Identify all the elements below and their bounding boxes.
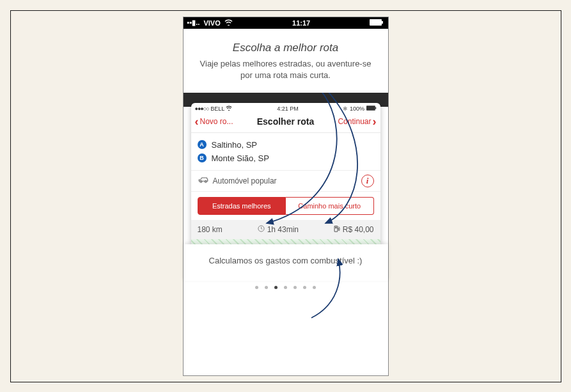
signal-icon: ▪▪▮.. bbox=[187, 19, 200, 27]
back-button[interactable]: ‹ Novo ro... bbox=[195, 116, 233, 127]
outer-status-bar: ▪▪▮.. VIVO 11:17 bbox=[184, 17, 388, 29]
chevron-left-icon: ‹ bbox=[195, 116, 199, 127]
clock-icon bbox=[258, 225, 265, 234]
intro-title: Escolha a melhor rota bbox=[196, 42, 375, 54]
page-indicator[interactable] bbox=[184, 281, 388, 293]
svg-rect-2 bbox=[366, 106, 375, 110]
best-roads-button[interactable]: Estradas melhores bbox=[198, 197, 286, 215]
svg-rect-8 bbox=[335, 227, 336, 228]
inner-battery-icon bbox=[366, 106, 377, 112]
destination-label: Monte Sião, SP bbox=[212, 153, 269, 163]
intro-subtitle: Viaje pelas melhores estradas, ou aventu… bbox=[196, 58, 375, 81]
time-value: 1h 43min bbox=[267, 225, 299, 234]
bluetooth-icon: ✱ bbox=[343, 106, 348, 112]
pin-b-icon: B bbox=[198, 153, 207, 162]
carrier-label: VIVO bbox=[203, 19, 220, 27]
back-label: Novo ro... bbox=[200, 117, 233, 126]
wifi-icon bbox=[224, 19, 233, 27]
inner-status-bar: ●●●○○ BELL 4:21 PM ✱ 100% bbox=[191, 103, 380, 113]
time-stat: 1h 43min bbox=[258, 225, 299, 234]
page-dot[interactable] bbox=[284, 286, 287, 289]
vehicle-row[interactable]: Automóvel popular i bbox=[191, 171, 380, 192]
continue-button[interactable]: Continuar › bbox=[338, 116, 376, 127]
page-frame: ▪▪▮.. VIVO 11:17 Escolha a melhor rota V… bbox=[10, 10, 561, 382]
destination-row[interactable]: B Monte Sião, SP bbox=[198, 152, 374, 165]
phone-mockup: ▪▪▮.. VIVO 11:17 Escolha a melhor rota V… bbox=[183, 17, 389, 376]
nav-title: Escolher rota bbox=[257, 116, 314, 127]
cost-value: R$ 40,00 bbox=[343, 225, 374, 234]
inner-nav-bar: ‹ Novo ro... Escolher rota Continuar › bbox=[191, 113, 380, 133]
origin-label: Saltinho, SP bbox=[212, 140, 258, 150]
distance-value: 180 km bbox=[198, 225, 223, 234]
inner-wifi-icon bbox=[226, 106, 232, 112]
car-icon bbox=[198, 176, 209, 185]
page-dot[interactable] bbox=[313, 286, 316, 289]
svg-point-4 bbox=[199, 181, 201, 183]
inner-app-screenshot: ●●●○○ BELL 4:21 PM ✱ 100% ‹ Novo ro... E… bbox=[191, 103, 380, 247]
clock-label: 11:17 bbox=[292, 19, 310, 27]
route-stats-row: 180 km 1h 43min R$ 40,00 bbox=[191, 220, 380, 239]
inner-clock: 4:21 PM bbox=[277, 106, 299, 112]
signal-dots-icon: ●●●○○ bbox=[195, 106, 209, 112]
fuel-icon bbox=[334, 225, 340, 234]
page-dot[interactable] bbox=[303, 286, 306, 289]
route-type-segment: Estradas melhores Caminho mais curto bbox=[191, 192, 380, 220]
intro-card: Escolha a melhor rota Viaje pelas melhor… bbox=[184, 29, 388, 93]
svg-rect-3 bbox=[375, 107, 375, 109]
footer-card: Calculamos os gastos com combustível :) bbox=[184, 244, 388, 281]
chevron-right-icon: › bbox=[372, 116, 376, 127]
locations-section: A Saltinho, SP B Monte Sião, SP bbox=[191, 133, 380, 171]
inner-carrier: BELL bbox=[210, 106, 224, 112]
pin-a-icon: A bbox=[198, 140, 207, 149]
svg-rect-0 bbox=[370, 19, 382, 26]
vehicle-label: Automóvel popular bbox=[213, 176, 277, 185]
svg-point-5 bbox=[205, 181, 207, 183]
shortest-path-button[interactable]: Caminho mais curto bbox=[286, 197, 374, 215]
distance-stat: 180 km bbox=[198, 225, 223, 234]
origin-row[interactable]: A Saltinho, SP bbox=[198, 138, 374, 152]
svg-rect-1 bbox=[382, 21, 383, 24]
footer-text: Calculamos os gastos com combustível :) bbox=[209, 256, 363, 265]
page-dot-active[interactable] bbox=[274, 286, 278, 289]
inner-battery-pct: 100% bbox=[350, 106, 364, 112]
cost-stat: R$ 40,00 bbox=[334, 225, 374, 234]
page-dot[interactable] bbox=[265, 286, 268, 289]
continue-label: Continuar bbox=[338, 117, 371, 126]
page-dot[interactable] bbox=[255, 286, 258, 289]
battery-icon bbox=[370, 19, 384, 27]
page-dot[interactable] bbox=[293, 286, 297, 289]
info-icon[interactable]: i bbox=[361, 175, 374, 187]
